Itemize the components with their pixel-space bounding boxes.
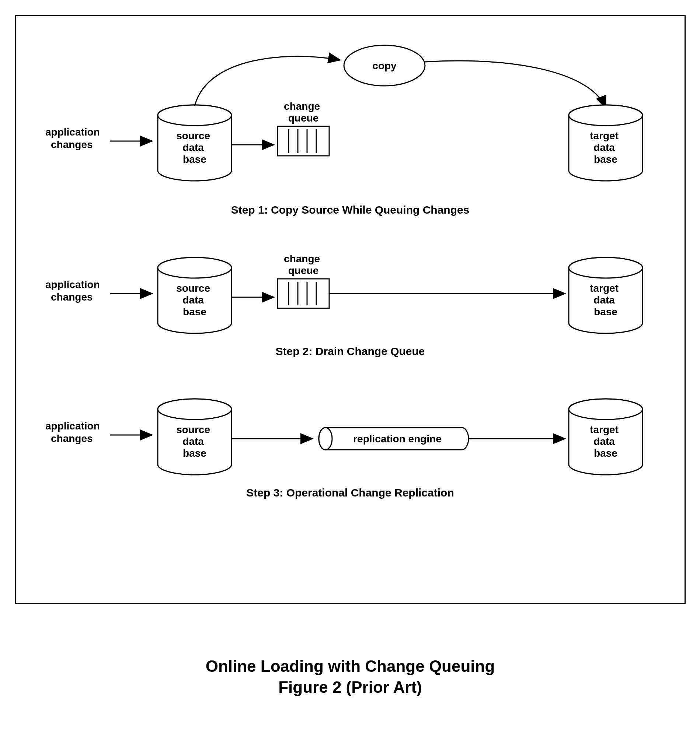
step-2: application changes source data base cha… bbox=[31, 238, 670, 358]
source-database: source data base bbox=[158, 105, 231, 181]
change-queue: change queue bbox=[277, 100, 329, 156]
svg-text:target
      data
      base: target data base bbox=[590, 283, 621, 317]
figure-title: Online Loading with Change Queuing Figur… bbox=[15, 655, 686, 698]
svg-text:target
      data
      base: target data base bbox=[590, 424, 621, 459]
svg-text:replication engine: replication engine bbox=[353, 433, 441, 445]
svg-point-24 bbox=[569, 258, 643, 278]
svg-rect-4 bbox=[277, 126, 329, 156]
source-database: source data base bbox=[158, 258, 231, 333]
svg-point-12 bbox=[569, 105, 643, 125]
step-3: application changes source data base rep… bbox=[31, 380, 670, 499]
diagram-frame: application changes source data base cha… bbox=[15, 15, 686, 604]
change-queue: change queue bbox=[277, 253, 329, 308]
svg-point-32 bbox=[569, 399, 643, 420]
svg-text:change
      queue: change queue bbox=[284, 253, 323, 276]
step3-caption: Step 3: Operational Change Replication bbox=[31, 487, 670, 499]
svg-text:change
      queue: change queue bbox=[284, 100, 323, 124]
arrow-source-to-copy bbox=[195, 56, 340, 106]
svg-point-1 bbox=[158, 105, 231, 125]
arrow-copy-to-target bbox=[425, 61, 606, 108]
svg-text:target
      data
      base: target data base bbox=[590, 130, 621, 165]
copy-oval: copy bbox=[344, 45, 425, 86]
replication-engine-pipe: replication engine bbox=[319, 428, 469, 450]
target-database: target data base bbox=[569, 399, 643, 475]
input-label: application changes bbox=[45, 279, 103, 303]
svg-point-15 bbox=[158, 258, 231, 278]
source-database: source data base bbox=[158, 399, 231, 475]
step2-caption: Step 2: Drain Change Queue bbox=[31, 345, 670, 358]
input-label: application changes bbox=[45, 126, 103, 150]
step-1: application changes source data base cha… bbox=[31, 31, 670, 216]
svg-rect-18 bbox=[277, 279, 329, 308]
svg-text:copy: copy bbox=[372, 60, 396, 71]
svg-point-29 bbox=[319, 428, 332, 450]
svg-point-27 bbox=[158, 399, 231, 420]
target-database: target data base bbox=[569, 258, 643, 333]
target-database: target data base bbox=[569, 105, 643, 181]
input-label: application changes bbox=[45, 420, 103, 444]
step1-caption: Step 1: Copy Source While Queuing Change… bbox=[31, 204, 670, 216]
